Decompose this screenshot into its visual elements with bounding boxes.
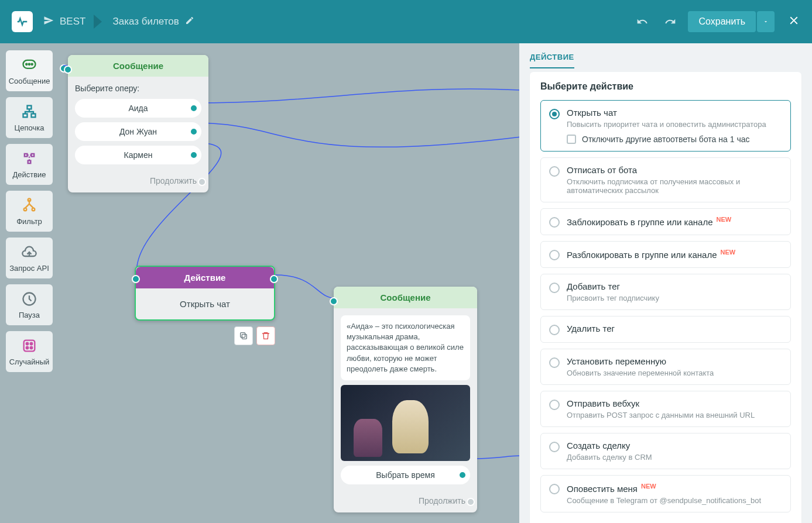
radio-content: Удалить тег bbox=[567, 324, 782, 335]
option-port[interactable] bbox=[190, 128, 198, 136]
action-option-2[interactable]: Заблокировать в группе или каналеNEW bbox=[540, 208, 791, 235]
svg-rect-8 bbox=[32, 153, 35, 156]
node-continue[interactable]: Продолжить bbox=[334, 491, 477, 512]
node-action[interactable]: Действие Открыть чат bbox=[135, 266, 275, 321]
tool-chain[interactable]: Цепочка bbox=[6, 97, 53, 138]
message-image bbox=[341, 385, 470, 461]
option-label: Кармен bbox=[124, 150, 153, 160]
svg-rect-7 bbox=[25, 153, 28, 156]
option-port[interactable] bbox=[190, 104, 198, 112]
logo[interactable] bbox=[12, 11, 33, 32]
action-option-3[interactable]: Разблокировать в группе или каналеNEW bbox=[540, 241, 791, 268]
pulse-icon bbox=[16, 15, 29, 28]
properties-panel: ДЕЙСТВИЕ Выберите действие Открыть чатПо… bbox=[519, 43, 812, 523]
continue-label: Продолжить bbox=[150, 176, 197, 185]
radio-label: Разблокировать в группе или каналеNEW bbox=[567, 249, 782, 260]
action-option-5[interactable]: Удалить тег bbox=[540, 316, 791, 343]
node-input-port[interactable] bbox=[330, 297, 338, 305]
radio-label: Удалить тег bbox=[567, 324, 782, 333]
tool-pause[interactable]: Пауза bbox=[6, 284, 53, 325]
option-button-2[interactable]: Кармен bbox=[75, 146, 201, 164]
tool-label: Цепочка bbox=[15, 123, 44, 132]
tool-action[interactable]: Действие bbox=[6, 144, 53, 185]
tool-sidebar: Сообщение Цепочка Действие Фильтр Запрос… bbox=[0, 43, 59, 523]
checkbox[interactable] bbox=[567, 135, 576, 144]
save-group: Сохранить bbox=[688, 11, 775, 32]
tool-message[interactable]: Сообщение bbox=[6, 50, 53, 91]
option-label: Аида bbox=[128, 104, 148, 113]
save-button[interactable]: Сохранить bbox=[688, 11, 756, 32]
action-option-7[interactable]: Отправить вебхукОтправить POST запрос с … bbox=[540, 391, 791, 427]
message-icon bbox=[21, 57, 37, 73]
action-option-8[interactable]: Создать сделкуДобавить сделку в CRM bbox=[540, 433, 791, 469]
continue-port[interactable] bbox=[198, 178, 206, 186]
radio-desc: Отправить POST запрос с данными на внешн… bbox=[567, 411, 782, 419]
action-option-1[interactable]: Отписать от ботаОтключить подписчика от … bbox=[540, 157, 791, 202]
radio-desc: Обновить значение переменной контакта bbox=[567, 369, 782, 377]
tool-filter[interactable]: Фильтр bbox=[6, 191, 53, 232]
radio-content: Установить переменнуюОбновить значение п… bbox=[567, 356, 782, 377]
option-button-0[interactable]: Аида bbox=[75, 99, 201, 118]
node-input-port[interactable] bbox=[132, 275, 140, 283]
tool-random[interactable]: Случайный bbox=[6, 331, 53, 372]
option-port[interactable] bbox=[190, 151, 198, 159]
node-message-1[interactable]: Сообщение Выберите оперу: Аида Дон Жуан … bbox=[68, 55, 208, 192]
save-dropdown[interactable] bbox=[757, 11, 775, 32]
checkbox-row[interactable]: Отключить другие автоответы бота на 1 ча… bbox=[567, 135, 782, 144]
radio-circle bbox=[549, 283, 560, 293]
option-button-1[interactable]: Дон Жуан bbox=[75, 122, 201, 141]
breadcrumb-flow[interactable]: Заказ билетов bbox=[112, 16, 210, 28]
radio-label: Создать сделку bbox=[567, 441, 782, 450]
topbar: BEST Заказ билетов Сохранить bbox=[0, 0, 812, 43]
new-badge: NEW bbox=[717, 216, 732, 223]
new-badge: NEW bbox=[721, 249, 736, 256]
radio-desc: Присвоить тег подписчику bbox=[567, 294, 782, 302]
action-icon bbox=[21, 150, 37, 167]
svg-point-17 bbox=[26, 346, 29, 349]
tool-api[interactable]: Запрос API bbox=[6, 238, 53, 278]
node-title: Сообщение bbox=[334, 287, 477, 308]
close-button[interactable] bbox=[787, 14, 800, 29]
chain-icon bbox=[21, 104, 37, 120]
redo-button[interactable] bbox=[660, 11, 681, 32]
node-message-2[interactable]: Сообщение «Аида» – это психологическая м… bbox=[334, 287, 477, 512]
message-text: «Аида» – это психологическая музыкальная… bbox=[341, 315, 470, 380]
edit-icon[interactable] bbox=[185, 16, 194, 28]
filter-icon bbox=[21, 197, 37, 214]
radio-desc: Отключить подписчика от получения массов… bbox=[567, 177, 782, 195]
node-prompt: Выберите оперу: bbox=[75, 84, 201, 93]
node-continue[interactable]: Продолжить bbox=[68, 171, 208, 192]
new-badge: NEW bbox=[641, 483, 656, 490]
tool-label: Действие bbox=[12, 170, 46, 179]
random-icon bbox=[21, 338, 37, 354]
action-option-6[interactable]: Установить переменнуюОбновить значение п… bbox=[540, 349, 791, 385]
svg-point-2 bbox=[29, 63, 30, 64]
continue-port[interactable] bbox=[467, 498, 475, 506]
tool-label: Случайный bbox=[9, 357, 50, 366]
tool-label: Фильтр bbox=[16, 217, 42, 226]
option-label: Выбрать время bbox=[376, 470, 435, 480]
node-toolbar bbox=[234, 326, 275, 345]
svg-point-3 bbox=[32, 63, 33, 64]
tool-label: Запрос API bbox=[9, 264, 49, 273]
radio-content: Оповестить меняNEWСообщение в Telegram о… bbox=[567, 483, 782, 505]
action-option-4[interactable]: Добавить тегПрисвоить тег подписчику bbox=[540, 274, 791, 310]
topbar-left: BEST Заказ билетов bbox=[12, 11, 211, 32]
svg-point-16 bbox=[30, 342, 33, 345]
option-port[interactable] bbox=[458, 471, 467, 479]
radio-label: Установить переменную bbox=[567, 356, 782, 366]
node-output-port[interactable] bbox=[270, 275, 278, 283]
svg-point-15 bbox=[26, 342, 29, 345]
action-option-0[interactable]: Открыть чатПовысить приоритет чата и опо… bbox=[540, 100, 791, 152]
node-input-port[interactable] bbox=[64, 66, 72, 74]
undo-button[interactable] bbox=[632, 11, 653, 32]
action-option-9[interactable]: Оповестить меняNEWСообщение в Telegram о… bbox=[540, 475, 791, 512]
radio-circle bbox=[549, 250, 560, 260]
radio-desc: Добавить сделку в CRM bbox=[567, 453, 782, 462]
send-icon bbox=[43, 15, 54, 29]
option-button[interactable]: Выбрать время bbox=[341, 466, 470, 484]
duplicate-button[interactable] bbox=[234, 326, 253, 345]
breadcrumb-bot[interactable]: BEST bbox=[43, 15, 102, 29]
panel-tab[interactable]: ДЕЙСТВИЕ bbox=[530, 53, 574, 68]
delete-button[interactable] bbox=[256, 326, 275, 345]
